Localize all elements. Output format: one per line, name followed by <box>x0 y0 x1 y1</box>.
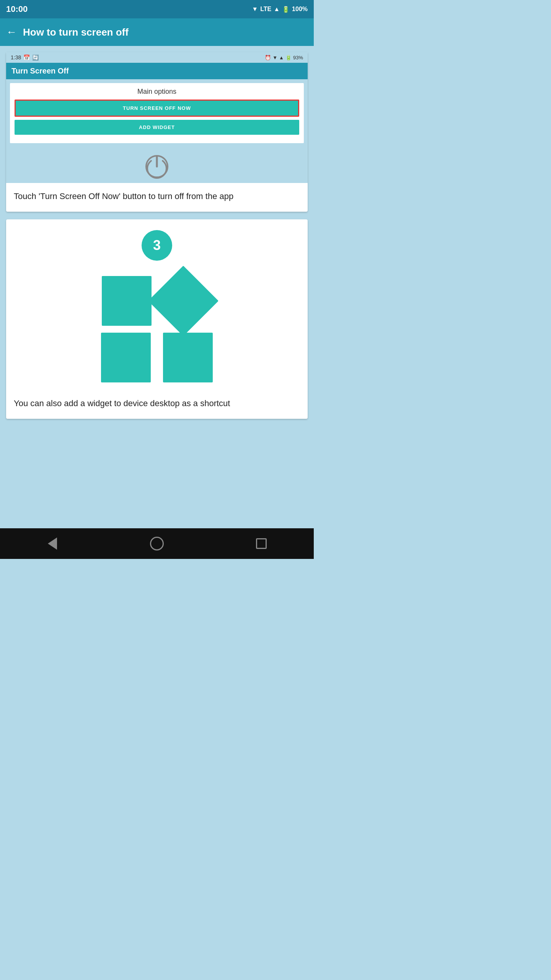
mock-icon-area <box>6 147 308 183</box>
mock-signal-icon: ▲ <box>279 55 284 60</box>
widget-square-3 <box>163 333 213 382</box>
nav-back-icon <box>48 537 57 550</box>
mock-main-options-label: Main options <box>15 88 299 96</box>
step-number-3: 3 <box>142 230 172 261</box>
mock-status-bar: 1:38 📅 🔄 ⏰ ▼ ▲ 🔋 93% <box>6 52 308 63</box>
lte-label: LTE <box>260 6 271 13</box>
mock-calendar-icon: 📅 <box>23 54 30 60</box>
card-step-2: 1:38 📅 🔄 ⏰ ▼ ▲ 🔋 93% Turn Screen Off Mai <box>6 52 308 212</box>
mock-app-title: Turn Screen Off <box>11 67 69 75</box>
nav-recents-icon <box>256 538 267 549</box>
widget-square-1 <box>102 276 152 326</box>
card2-description: You can also add a widget to device desk… <box>6 390 308 419</box>
screenshot-mock: 1:38 📅 🔄 ⏰ ▼ ▲ 🔋 93% Turn Screen Off Mai <box>6 52 308 183</box>
nav-recents-button[interactable] <box>254 537 268 550</box>
mock-inner-card: Main options TURN SCREEN OFF NOW ADD WID… <box>10 83 304 143</box>
widget-row-top <box>102 272 212 330</box>
app-bar: ← How to turn screen off <box>0 18 314 46</box>
mock-status-left: 1:38 📅 🔄 <box>11 54 39 60</box>
widget-row-bottom <box>101 333 213 382</box>
app-title: How to turn screen off <box>23 26 129 38</box>
mock-battery-icon: 🔋 <box>285 55 292 60</box>
widget-illustration <box>6 268 308 390</box>
wifi-icon: ▼ <box>252 6 258 13</box>
content-area: 1:38 📅 🔄 ⏰ ▼ ▲ 🔋 93% Turn Screen Off Mai <box>0 46 314 528</box>
navigation-bar <box>0 528 314 559</box>
mock-sync-icon: 🔄 <box>32 54 39 60</box>
widget-diamond <box>148 266 218 336</box>
mock-status-right: ⏰ ▼ ▲ 🔋 93% <box>265 55 303 60</box>
status-time: 10:00 <box>6 4 28 14</box>
status-bar: 10:00 ▼ LTE ▲ 🔋 100% <box>0 0 314 18</box>
battery-percent: 100% <box>292 6 308 13</box>
status-icons: ▼ LTE ▲ 🔋 100% <box>252 6 308 13</box>
mock-add-widget-button[interactable]: ADD WIDGET <box>15 120 299 135</box>
mock-alarm-icon: ⏰ <box>265 55 271 60</box>
battery-icon: 🔋 <box>282 6 290 13</box>
signal-icon: ▲ <box>274 6 280 13</box>
card-step-3: 3 You can also add a widget to device de… <box>6 219 308 419</box>
mock-app-bar: Turn Screen Off <box>6 63 308 79</box>
mock-battery-pct: 93% <box>293 55 303 60</box>
nav-home-icon <box>150 537 164 550</box>
mock-turn-off-button[interactable]: TURN SCREEN OFF NOW <box>15 100 299 117</box>
nav-back-button[interactable] <box>46 537 59 550</box>
card1-description: Touch 'Turn Screen Off Now' button to tu… <box>6 183 308 212</box>
widget-square-2 <box>101 333 151 382</box>
nav-home-button[interactable] <box>150 537 164 550</box>
back-button[interactable]: ← <box>6 26 17 38</box>
power-button-icon <box>143 153 170 180</box>
mock-time: 1:38 <box>11 54 21 60</box>
mock-wifi-icon: ▼ <box>272 55 277 60</box>
